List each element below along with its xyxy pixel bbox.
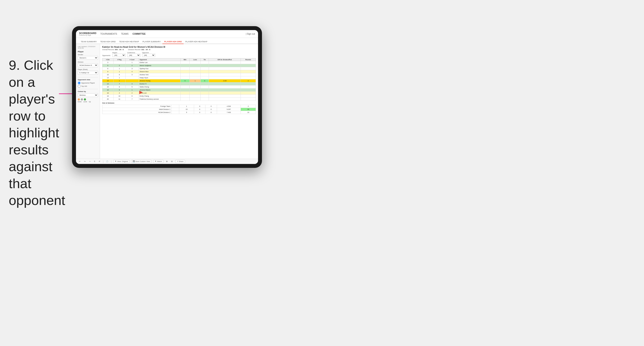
ood-col5: 7.400: [217, 111, 241, 114]
share-icon: ↗: [177, 161, 179, 163]
refresh-button[interactable]: ↺: [98, 160, 101, 163]
nav-committee[interactable]: COMMITTEE: [132, 32, 146, 35]
save-custom-view-button[interactable]: 💾 Save Custom View: [131, 160, 152, 163]
conference-filter-group: Conference (All): [127, 52, 140, 57]
legend-dot-down: [78, 98, 80, 101]
cell-tie: 0: [200, 79, 209, 82]
view-original-button[interactable]: 👁 View: Original: [113, 160, 129, 163]
table-row[interactable]: 9 1 4 Sharon Mun: [102, 70, 256, 73]
col-header-opponent: Opponent: [138, 58, 180, 61]
cell-rounds: [240, 85, 256, 89]
cell-tie: [200, 95, 209, 98]
cell-win: [180, 82, 190, 85]
cell-loss: [190, 67, 200, 70]
nav-tournaments[interactable]: TOURNAMENTS: [100, 32, 117, 35]
ood-col3: 0: [194, 108, 206, 111]
sub-nav-player-h2h-grid[interactable]: PLAYER H2H GRID: [162, 40, 184, 44]
ood-row[interactable]: Foreign Team 1 0 0 4.500 2: [102, 105, 256, 108]
sign-out-link[interactable]: | Sign out: [246, 33, 255, 35]
opponent-view-title: Opponent view: [78, 79, 98, 81]
table-row[interactable]: 14 7 4 Eunice Yi: [102, 82, 256, 85]
ood-row[interactable]: NAIA Division 1 15 0 0 9.267 30: [102, 108, 256, 111]
cell-loss: [190, 61, 200, 64]
cell-reg: 1: [113, 76, 125, 79]
cell-opponent: Emily Chang: [138, 95, 180, 98]
watch-button[interactable]: 👁 Watch: [153, 160, 164, 163]
table-row[interactable]: 16 9 1 Jessica Mason: [102, 89, 256, 92]
opponent-filter-select[interactable]: (All): [142, 54, 155, 57]
cell-rounds: [240, 64, 256, 67]
radio-opponents-played[interactable]: Opponents Played: [78, 82, 98, 84]
tablet-screen: SCOREBOARD Powered by clippi TOURNAMENTS…: [76, 30, 258, 164]
copy-button[interactable]: ⎘: [93, 160, 96, 163]
table-row[interactable]: 5 2 2 Alexis Sudjianto: [102, 64, 256, 67]
ood-name: NAIA Division 1: [102, 108, 171, 111]
table-row-highlighted[interactable]: 13 1 Jessica Huang 0 1 0 -3.00 2: [102, 79, 256, 82]
cell-conf: 2: [125, 92, 138, 95]
cell-win: 0: [180, 79, 190, 82]
annotation-text: 9. Click on a player's row to highlight …: [9, 57, 70, 209]
right-panel: Katelyn Vo Head-to-Head Grid for Women's…: [100, 44, 258, 159]
cell-opponent: Sharon Mun: [138, 70, 180, 73]
sub-nav-team-h2h-heatmap[interactable]: TEAM H2H HEATMAP: [118, 40, 141, 44]
table-row[interactable]: 20 11 7 Federica Domecq Lacroze: [102, 98, 256, 101]
colour-by-select[interactable]: Win/loss: [78, 93, 98, 97]
overall-record: Overall Record: 353 - 34 - 6: [102, 49, 124, 51]
legend-dot-level: [81, 98, 83, 101]
cell-diff: [209, 76, 240, 79]
cell-rounds: [240, 92, 256, 95]
panel-title: Katelyn Vo Head-to-Head Grid for Women's…: [102, 46, 256, 48]
ood-col3: 0: [194, 111, 206, 114]
sub-nav-player-summary[interactable]: PLAYER SUMMARY: [141, 40, 162, 44]
table-row[interactable]: 6 1 3 Sydney Kuo: [102, 67, 256, 70]
table-row[interactable]: 10 6 3 Andrea York: [102, 73, 256, 76]
col-header-reg: # Reg: [113, 58, 125, 61]
region-filter-select[interactable]: (All): [112, 54, 126, 57]
cell-loss: [190, 98, 200, 101]
player-rank-select[interactable]: 8. Katelyn Vo: [78, 71, 98, 75]
forward-button[interactable]: ⤳: [88, 160, 92, 163]
cell-opponent: Stella Cheng: [138, 85, 180, 89]
sub-nav-team-h2h-grid[interactable]: TEAM H2H GRID: [98, 40, 118, 44]
cell-diff: [209, 95, 240, 98]
sub-nav: TEAM SUMMARY TEAM H2H GRID TEAM H2H HEAT…: [76, 38, 258, 44]
grid-button[interactable]: ⊞: [165, 160, 168, 163]
cell-win: [180, 98, 190, 101]
redo-button[interactable]: ↪: [83, 160, 86, 163]
ood-row[interactable]: NCAA Division 2 5 0 0 7.400 10: [102, 111, 256, 114]
cell-div: 16: [102, 89, 114, 92]
sub-nav-team-summary[interactable]: TEAM SUMMARY: [79, 40, 98, 44]
table-row[interactable]: 15 8 5 Stella Cheng: [102, 85, 256, 89]
region-filter-label: Region: [112, 52, 126, 53]
gender-select[interactable]: Women's: [78, 56, 98, 60]
table-row[interactable]: 19 10 6 Emily Chang: [102, 95, 256, 98]
sub-nav-player-h2h-heatmap[interactable]: PLAYER H2H HEATMAP: [184, 40, 209, 44]
radio-top100[interactable]: Top 100: [78, 85, 98, 88]
ood-col5: 4.500: [217, 105, 241, 108]
cell-win: [180, 70, 190, 73]
watch-icon: 👁: [155, 161, 157, 163]
table-row[interactable]: 3 1 Esther Lee: [102, 61, 256, 64]
cell-div: 20: [102, 98, 114, 101]
cell-tie: [200, 82, 209, 85]
cell-opponent: Sydney Kuo: [138, 67, 180, 70]
cell-div: 6: [102, 67, 114, 70]
legend-dot-up: [84, 98, 86, 101]
division-select[interactable]: NCAA Division III: [78, 63, 98, 67]
cell-win: [180, 85, 190, 89]
table-button[interactable]: ⊟: [170, 160, 174, 163]
legend-down-label: Down: [78, 101, 82, 102]
cell-rounds: 2: [240, 79, 256, 82]
table-row[interactable]: 18 2 2 Euna Lee: [102, 92, 256, 95]
conference-filter-select[interactable]: (All): [127, 54, 140, 57]
nav-teams[interactable]: TEAMS: [121, 32, 128, 35]
cell-rounds: [240, 70, 256, 73]
share-button[interactable]: ↗ Share: [175, 160, 185, 163]
cell-conf: 6: [125, 95, 138, 98]
table-row[interactable]: 13 1 Haeju Hyun: [102, 76, 256, 79]
cell-tie: [200, 89, 209, 92]
clock-button[interactable]: 🕐: [105, 160, 109, 163]
logo: SCOREBOARD Powered by clippi: [79, 32, 96, 36]
cell-reg: 2: [113, 64, 125, 67]
undo-button[interactable]: ↩: [78, 160, 82, 163]
